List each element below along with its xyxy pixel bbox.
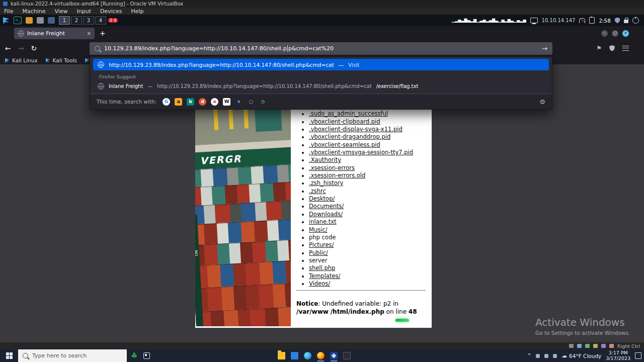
security-shield-icon[interactable] bbox=[615, 18, 620, 24]
hamburger-menu-icon[interactable] bbox=[622, 46, 629, 51]
file-link[interactable]: .sudo_as_admin_successful bbox=[309, 110, 388, 117]
vm-hdd-icon[interactable] bbox=[569, 344, 574, 348]
file-link[interactable]: inlane.txt bbox=[309, 218, 337, 225]
back-button[interactable]: ← bbox=[5, 44, 11, 52]
notifications-muted-icon[interactable] bbox=[579, 18, 585, 23]
text-editor-icon[interactable] bbox=[37, 17, 44, 24]
account-shield-icon[interactable] bbox=[609, 45, 615, 51]
hidden-icons-chevron[interactable]: ^ bbox=[527, 353, 531, 358]
workspace-button[interactable]: 3 bbox=[83, 16, 94, 25]
display-icon[interactable] bbox=[530, 18, 538, 23]
vbox-menu-item[interactable]: Machine bbox=[22, 8, 45, 15]
file-link[interactable]: Pictures/ bbox=[309, 241, 334, 248]
vbox-menu-item[interactable]: View bbox=[54, 8, 67, 15]
search-engine-icon[interactable]: W bbox=[223, 98, 230, 106]
file-link[interactable]: Videos/ bbox=[309, 280, 330, 287]
go-arrow-icon[interactable]: → bbox=[542, 45, 547, 52]
workspace-button[interactable]: 2 bbox=[71, 16, 82, 25]
bookmark-item[interactable]: Kali Linux bbox=[5, 57, 38, 63]
file-link[interactable]: Desktop/ bbox=[309, 195, 335, 202]
vbox-menu-item[interactable]: File bbox=[4, 8, 13, 15]
action-center-icon[interactable] bbox=[635, 352, 641, 359]
file-manager-icon[interactable] bbox=[26, 17, 33, 24]
vbox-menu-item[interactable]: Input bbox=[77, 8, 91, 15]
file-list-item: Templates/ bbox=[309, 273, 432, 280]
vm-display-icon[interactable] bbox=[601, 344, 606, 348]
screenshot-tool-icon[interactable] bbox=[48, 17, 55, 24]
start-button[interactable] bbox=[0, 349, 18, 362]
bookmark-flag-icon[interactable]: ⚑ bbox=[596, 45, 602, 51]
close-button[interactable]: × bbox=[622, 30, 629, 37]
file-link[interactable]: Music/ bbox=[309, 226, 328, 233]
weather-widget[interactable]: ☁ 64°F Cloudy bbox=[561, 352, 601, 359]
file-link[interactable]: .vboxclient-draganddrop.pid bbox=[309, 133, 390, 140]
terminal-icon[interactable]: >_ bbox=[14, 17, 22, 24]
suggestion-title: Inlane Freight bbox=[109, 83, 143, 89]
firefox-taskbar-icon[interactable] bbox=[317, 352, 325, 359]
tab-inlane-freight[interactable]: Inlane Freight × bbox=[14, 28, 95, 39]
volume-tray-icon[interactable] bbox=[553, 354, 557, 358]
file-link[interactable]: .Xauthority bbox=[309, 156, 341, 163]
maximize-button[interactable]: ▢ bbox=[612, 30, 618, 37]
network-tray-icon[interactable] bbox=[544, 354, 548, 358]
file-link[interactable]: .xsession-errors.old bbox=[309, 172, 365, 179]
search-engine-icon[interactable]: ▢ bbox=[247, 98, 255, 106]
workspace-button[interactable]: 4 bbox=[95, 16, 106, 25]
search-engine-icon[interactable]: a bbox=[175, 98, 182, 106]
edge-browser-icon[interactable] bbox=[304, 352, 311, 359]
search-engine-icon[interactable]: ◷ bbox=[259, 98, 267, 106]
file-link[interactable]: server bbox=[309, 257, 327, 264]
url-bar[interactable]: 10.129.23.89/index.php?language=http://1… bbox=[90, 42, 552, 55]
workspace-button[interactable]: 1 bbox=[59, 16, 70, 25]
photos-app-icon[interactable] bbox=[291, 352, 298, 359]
vm-usb-icon[interactable] bbox=[593, 344, 598, 348]
file-link[interactable]: shell.php bbox=[309, 264, 335, 272]
search-engine-icon[interactable]: e bbox=[211, 98, 218, 106]
url-input-text[interactable]: 10.129.23.89/index.php?language=http://1… bbox=[104, 45, 334, 52]
search-engine-icon[interactable]: ★ bbox=[235, 98, 243, 106]
minimize-button[interactable]: – bbox=[601, 30, 608, 37]
vm-network-icon[interactable] bbox=[585, 344, 590, 348]
file-link[interactable]: Downloads/ bbox=[309, 211, 343, 218]
power-icon[interactable] bbox=[632, 17, 639, 24]
autocomplete-suggestion-row[interactable]: Inlane Freight — http://10.129.23.89/ind… bbox=[90, 81, 552, 92]
kali-clock[interactable]: 2:58 bbox=[599, 18, 611, 24]
onedrive-tray-icon[interactable] bbox=[536, 354, 540, 358]
bookmark-item[interactable]: Kali Tools bbox=[46, 57, 77, 63]
autocomplete-selected-row[interactable]: http://10.129.23.89/index.php?language=h… bbox=[93, 59, 549, 70]
file-link[interactable]: .xsession-errors bbox=[309, 164, 355, 171]
virtualbox-taskbar-icon[interactable] bbox=[330, 352, 338, 359]
new-tab-button[interactable]: + bbox=[100, 29, 106, 37]
terminal-app-icon[interactable] bbox=[343, 352, 351, 359]
tab-close-icon[interactable]: × bbox=[87, 31, 91, 36]
reload-button[interactable]: ↻ bbox=[31, 44, 37, 52]
settings-gear-icon[interactable]: ⚙ bbox=[539, 99, 545, 105]
file-link[interactable]: Documents/ bbox=[309, 203, 344, 210]
taskbar-clock[interactable]: 3:17 PM 3/17/2023 bbox=[606, 350, 630, 361]
vbox-menu-item[interactable]: Devices bbox=[100, 8, 122, 15]
file-link[interactable]: .zsh_history bbox=[309, 179, 343, 187]
file-explorer-icon[interactable] bbox=[278, 352, 285, 359]
clover-app-icon[interactable]: ♣ bbox=[131, 352, 137, 359]
file-link[interactable]: Public/ bbox=[309, 249, 328, 256]
file-link[interactable]: .zshrc bbox=[309, 188, 326, 195]
vpn-ip-label[interactable]: 10.10.14.147 bbox=[542, 18, 576, 23]
kali-logo-icon[interactable] bbox=[3, 17, 10, 24]
vm-mouse-icon[interactable] bbox=[609, 344, 614, 348]
taskbar-search-box[interactable]: Type here to search bbox=[18, 349, 127, 362]
file-link[interactable]: php code bbox=[309, 234, 336, 241]
search-engine-icon[interactable]: d bbox=[199, 98, 206, 106]
vm-cd-icon[interactable] bbox=[577, 344, 582, 348]
search-engine-icon[interactable]: b bbox=[187, 98, 194, 106]
clipboard-icon[interactable] bbox=[589, 17, 595, 24]
file-link[interactable]: .vboxclient-seamless.pid bbox=[309, 141, 380, 148]
forward-button[interactable]: → bbox=[18, 44, 24, 52]
file-link[interactable]: .vboxclient-clipboard.pid bbox=[309, 118, 380, 125]
file-link[interactable]: Templates/ bbox=[309, 273, 340, 280]
lock-screen-icon[interactable] bbox=[624, 20, 628, 23]
search-engine-icon[interactable]: G bbox=[163, 98, 170, 106]
file-link[interactable]: .vboxclient-display-svga-x11.pid bbox=[309, 126, 403, 133]
vbox-menu-item[interactable]: Help bbox=[131, 8, 143, 15]
file-link[interactable]: .vboxclient-vmsvga-session-tty7.pid bbox=[309, 149, 413, 156]
task-view-icon[interactable] bbox=[143, 352, 150, 359]
